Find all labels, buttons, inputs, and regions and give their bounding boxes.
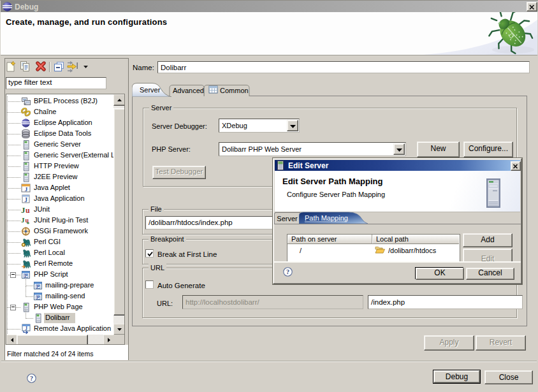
svg-text:J: J bbox=[21, 205, 25, 214]
svg-text:u: u bbox=[25, 205, 30, 214]
svg-text:J: J bbox=[25, 325, 27, 331]
svg-text:P: P bbox=[37, 284, 40, 289]
svg-text:Path Mapping: Path Mapping bbox=[305, 214, 348, 222]
svg-text:J: J bbox=[25, 185, 28, 192]
svg-text:P: P bbox=[37, 295, 40, 300]
svg-text:J: J bbox=[21, 216, 25, 224]
svg-text:?: ? bbox=[286, 268, 289, 275]
svg-text:?: ? bbox=[30, 375, 33, 382]
svg-text:J: J bbox=[24, 196, 27, 203]
